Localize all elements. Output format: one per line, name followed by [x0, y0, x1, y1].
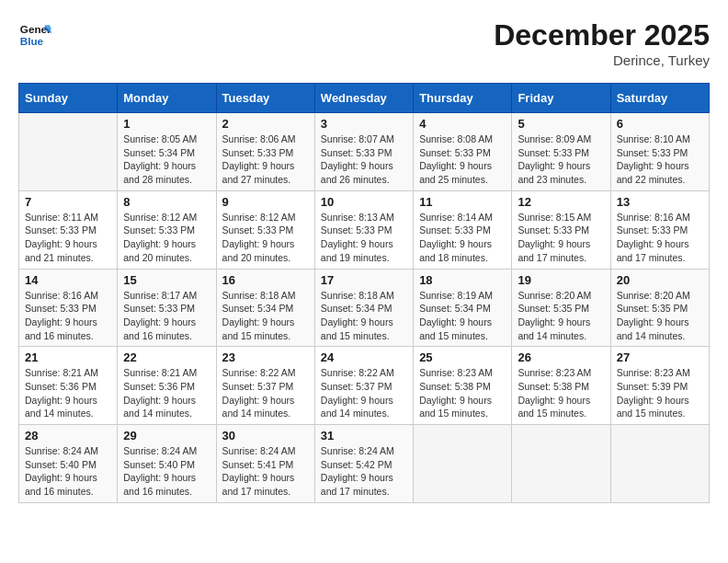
- day-info: Sunrise: 8:13 AMSunset: 5:33 PMDaylight:…: [321, 211, 407, 265]
- day-number: 1: [123, 117, 210, 131]
- calendar-day-cell: 29Sunrise: 8:24 AMSunset: 5:40 PMDayligh…: [118, 425, 216, 503]
- day-number: 4: [419, 117, 506, 131]
- calendar-day-cell: 14Sunrise: 8:16 AMSunset: 5:33 PMDayligh…: [19, 269, 118, 347]
- day-number: 16: [222, 273, 309, 287]
- calendar-day-cell: 25Sunrise: 8:23 AMSunset: 5:38 PMDayligh…: [414, 347, 512, 425]
- calendar-day-cell: 16Sunrise: 8:18 AMSunset: 5:34 PMDayligh…: [216, 269, 314, 347]
- day-number: 17: [321, 273, 407, 287]
- day-number: 3: [321, 117, 407, 131]
- day-info: Sunrise: 8:24 AMSunset: 5:41 PMDaylight:…: [222, 444, 309, 499]
- location: Derince, Turkey: [494, 52, 710, 68]
- day-info: Sunrise: 8:18 AMSunset: 5:34 PMDaylight:…: [321, 289, 407, 343]
- calendar-day-cell: 15Sunrise: 8:17 AMSunset: 5:33 PMDayligh…: [118, 269, 216, 347]
- calendar-day-cell: 13Sunrise: 8:16 AMSunset: 5:33 PMDayligh…: [610, 190, 709, 269]
- day-info: Sunrise: 8:06 AMSunset: 5:33 PMDaylight:…: [222, 132, 309, 187]
- calendar-day-cell: 27Sunrise: 8:23 AMSunset: 5:39 PMDayligh…: [610, 347, 709, 425]
- calendar-day-cell: 12Sunrise: 8:15 AMSunset: 5:33 PMDayligh…: [512, 190, 610, 269]
- day-info: Sunrise: 8:21 AMSunset: 5:36 PMDaylight:…: [25, 366, 111, 420]
- day-number: 11: [419, 195, 506, 209]
- calendar-day-cell: 19Sunrise: 8:20 AMSunset: 5:35 PMDayligh…: [512, 269, 610, 347]
- day-of-week-header: Monday: [118, 84, 216, 113]
- day-number: 20: [617, 273, 703, 287]
- day-number: 18: [419, 273, 506, 287]
- day-info: Sunrise: 8:23 AMSunset: 5:39 PMDaylight:…: [617, 366, 703, 420]
- day-info: Sunrise: 8:21 AMSunset: 5:36 PMDaylight:…: [123, 366, 210, 420]
- calendar-day-cell: 11Sunrise: 8:14 AMSunset: 5:33 PMDayligh…: [414, 190, 512, 269]
- day-of-week-header: Friday: [512, 84, 610, 113]
- day-info: Sunrise: 8:24 AMSunset: 5:42 PMDaylight:…: [321, 444, 407, 499]
- day-info: Sunrise: 8:14 AMSunset: 5:33 PMDaylight:…: [419, 211, 506, 265]
- day-number: 2: [222, 117, 309, 131]
- calendar-day-cell: 20Sunrise: 8:20 AMSunset: 5:35 PMDayligh…: [610, 269, 709, 347]
- day-of-week-header: Saturday: [610, 84, 709, 113]
- calendar-day-cell: [610, 425, 709, 503]
- calendar-day-cell: 5Sunrise: 8:09 AMSunset: 5:33 PMDaylight…: [512, 113, 610, 191]
- day-number: 7: [25, 195, 111, 209]
- day-of-week-header: Tuesday: [216, 84, 314, 113]
- day-number: 14: [25, 273, 111, 287]
- month-title: December 2025: [494, 18, 710, 52]
- day-number: 22: [123, 350, 210, 364]
- day-number: 8: [123, 195, 210, 209]
- title-block: December 2025 Derince, Turkey: [494, 18, 710, 68]
- calendar-day-cell: 26Sunrise: 8:23 AMSunset: 5:38 PMDayligh…: [512, 347, 610, 425]
- day-number: 24: [321, 350, 407, 364]
- calendar-header: SundayMondayTuesdayWednesdayThursdayFrid…: [19, 84, 710, 113]
- day-info: Sunrise: 8:11 AMSunset: 5:33 PMDaylight:…: [25, 211, 111, 265]
- day-info: Sunrise: 8:20 AMSunset: 5:35 PMDaylight:…: [518, 289, 604, 343]
- day-info: Sunrise: 8:22 AMSunset: 5:37 PMDaylight:…: [321, 366, 407, 420]
- day-number: 21: [25, 350, 111, 364]
- day-number: 29: [123, 429, 210, 442]
- calendar-day-cell: [512, 425, 610, 503]
- day-number: 25: [419, 350, 506, 364]
- day-info: Sunrise: 8:20 AMSunset: 5:35 PMDaylight:…: [617, 289, 703, 343]
- calendar-day-cell: 24Sunrise: 8:22 AMSunset: 5:37 PMDayligh…: [314, 347, 413, 425]
- day-number: 9: [222, 195, 309, 209]
- day-info: Sunrise: 8:18 AMSunset: 5:34 PMDaylight:…: [222, 289, 309, 343]
- day-number: 13: [617, 195, 703, 209]
- day-number: 23: [222, 350, 309, 364]
- calendar-day-cell: 30Sunrise: 8:24 AMSunset: 5:41 PMDayligh…: [216, 425, 314, 503]
- logo-icon: General Blue: [18, 18, 51, 52]
- calendar-week-row: 14Sunrise: 8:16 AMSunset: 5:33 PMDayligh…: [19, 269, 710, 347]
- calendar-day-cell: 9Sunrise: 8:12 AMSunset: 5:33 PMDaylight…: [216, 190, 314, 269]
- day-info: Sunrise: 8:10 AMSunset: 5:33 PMDaylight:…: [617, 132, 703, 187]
- calendar-day-cell: 28Sunrise: 8:24 AMSunset: 5:40 PMDayligh…: [19, 425, 118, 503]
- day-number: 12: [518, 195, 604, 209]
- day-info: Sunrise: 8:16 AMSunset: 5:33 PMDaylight:…: [617, 211, 703, 265]
- calendar-day-cell: 18Sunrise: 8:19 AMSunset: 5:34 PMDayligh…: [414, 269, 512, 347]
- calendar-day-cell: 8Sunrise: 8:12 AMSunset: 5:33 PMDaylight…: [118, 190, 216, 269]
- day-number: 19: [518, 273, 604, 287]
- day-number: 27: [617, 350, 703, 364]
- day-of-week-header: Thursday: [414, 84, 512, 113]
- day-info: Sunrise: 8:12 AMSunset: 5:33 PMDaylight:…: [222, 211, 309, 265]
- calendar-day-cell: 6Sunrise: 8:10 AMSunset: 5:33 PMDaylight…: [610, 113, 709, 191]
- calendar-day-cell: 21Sunrise: 8:21 AMSunset: 5:36 PMDayligh…: [19, 347, 118, 425]
- calendar-day-cell: 1Sunrise: 8:05 AMSunset: 5:34 PMDaylight…: [118, 113, 216, 191]
- day-info: Sunrise: 8:07 AMSunset: 5:33 PMDaylight:…: [321, 132, 407, 187]
- day-number: 30: [222, 429, 309, 442]
- day-info: Sunrise: 8:08 AMSunset: 5:33 PMDaylight:…: [419, 132, 506, 187]
- day-info: Sunrise: 8:24 AMSunset: 5:40 PMDaylight:…: [123, 444, 210, 499]
- calendar-week-row: 28Sunrise: 8:24 AMSunset: 5:40 PMDayligh…: [19, 425, 710, 503]
- calendar-day-cell: 7Sunrise: 8:11 AMSunset: 5:33 PMDaylight…: [19, 190, 118, 269]
- calendar-week-row: 21Sunrise: 8:21 AMSunset: 5:36 PMDayligh…: [19, 347, 710, 425]
- calendar-day-cell: [414, 425, 512, 503]
- calendar-week-row: 1Sunrise: 8:05 AMSunset: 5:34 PMDaylight…: [19, 113, 710, 191]
- day-number: 15: [123, 273, 210, 287]
- day-info: Sunrise: 8:12 AMSunset: 5:33 PMDaylight:…: [123, 211, 210, 265]
- calendar-week-row: 7Sunrise: 8:11 AMSunset: 5:33 PMDaylight…: [19, 190, 710, 269]
- calendar-day-cell: 4Sunrise: 8:08 AMSunset: 5:33 PMDaylight…: [414, 113, 512, 191]
- calendar-table: SundayMondayTuesdayWednesdayThursdayFrid…: [18, 83, 710, 503]
- calendar-day-cell: 22Sunrise: 8:21 AMSunset: 5:36 PMDayligh…: [118, 347, 216, 425]
- day-info: Sunrise: 8:17 AMSunset: 5:33 PMDaylight:…: [123, 289, 210, 343]
- calendar-day-cell: 3Sunrise: 8:07 AMSunset: 5:33 PMDaylight…: [314, 113, 413, 191]
- page-header: General Blue December 2025 Derince, Turk…: [18, 18, 710, 68]
- day-info: Sunrise: 8:23 AMSunset: 5:38 PMDaylight:…: [518, 366, 604, 420]
- day-info: Sunrise: 8:05 AMSunset: 5:34 PMDaylight:…: [123, 132, 210, 187]
- calendar-day-cell: 17Sunrise: 8:18 AMSunset: 5:34 PMDayligh…: [314, 269, 413, 347]
- day-number: 31: [321, 429, 407, 442]
- day-number: 5: [518, 117, 604, 131]
- day-number: 28: [25, 429, 111, 442]
- calendar-day-cell: [19, 113, 118, 191]
